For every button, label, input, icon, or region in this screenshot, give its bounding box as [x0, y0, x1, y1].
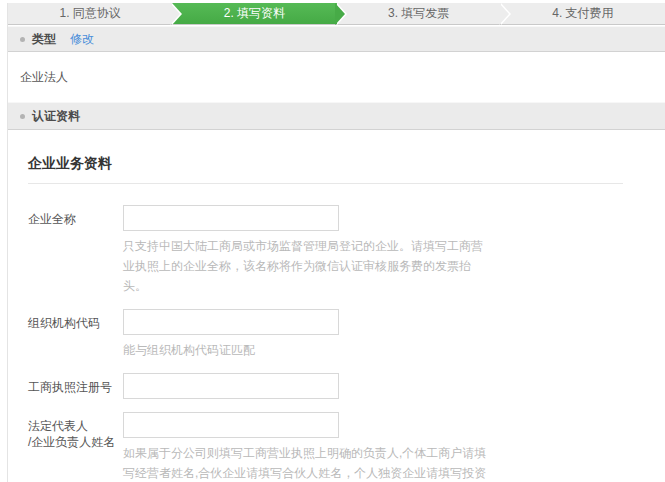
- cert-label: 认证资料: [32, 108, 80, 125]
- form-row-license-number: 工商执照注册号: [28, 373, 653, 399]
- step-label: 1. 同意协议: [59, 5, 120, 22]
- field-label: 组织机构代码: [28, 309, 123, 360]
- page-container: 1. 同意协议 2. 填写资料 3. 填写发票 4. 支付费用 类型 修改 企业…: [7, 3, 665, 482]
- cert-header-bar: 认证资料: [8, 102, 665, 130]
- field-help-text: 能与组织机构代码证匹配: [123, 340, 487, 360]
- section-title: 企业业务资料: [20, 155, 653, 173]
- type-value: 企业法人: [8, 52, 665, 102]
- step-1-agree-protocol: 1. 同意协议: [8, 3, 172, 24]
- form-row-company-name: 企业全称 只支持中国大陆工商局或市场监督管理局登记的企业。请填写工商营业执照上的…: [28, 205, 653, 296]
- bullet-dot-icon: [20, 37, 25, 42]
- form-row-legal-representative: 法定代表人 /企业负责人姓名 如果属于分公司则填写工商营业执照上明确的负责人,个…: [28, 412, 653, 482]
- modify-link[interactable]: 修改: [70, 31, 94, 48]
- step-3-fill-invoice: 3. 填写发票: [337, 3, 501, 24]
- legal-representative-name-input[interactable]: [123, 412, 339, 438]
- field-help-text: 只支持中国大陆工商局或市场监督管理局登记的企业。请填写工商营业执照上的企业全称，…: [123, 236, 487, 296]
- step-label: 2. 填写资料: [224, 5, 285, 22]
- step-2-fill-info: 2. 填写资料: [172, 3, 336, 24]
- bullet-dot-icon: [20, 114, 25, 119]
- company-full-name-input[interactable]: [123, 205, 339, 231]
- type-label: 类型: [32, 31, 56, 48]
- step-4-pay-fee: 4. 支付费用: [501, 3, 665, 24]
- business-license-number-input[interactable]: [123, 373, 339, 399]
- step-label: 3. 填写发票: [388, 5, 449, 22]
- business-info-form: 企业全称 只支持中国大陆工商局或市场监督管理局登记的企业。请填写工商营业执照上的…: [20, 184, 653, 482]
- field-label: 法定代表人 /企业负责人姓名: [28, 412, 123, 482]
- step-progress-bar: 1. 同意协议 2. 填写资料 3. 填写发票 4. 支付费用: [8, 3, 665, 25]
- field-label: 企业全称: [28, 205, 123, 296]
- business-info-section: 企业业务资料 企业全称 只支持中国大陆工商局或市场监督管理局登记的企业。请填写工…: [8, 155, 665, 482]
- field-help-text: 如果属于分公司则填写工商营业执照上明确的负责人,个体工商户请填写经营者姓名,合伙…: [123, 443, 487, 482]
- step-label: 4. 支付费用: [552, 5, 613, 22]
- org-code-input[interactable]: [123, 309, 339, 335]
- form-row-org-code: 组织机构代码 能与组织机构代码证匹配: [28, 309, 653, 360]
- field-label: 工商执照注册号: [28, 373, 123, 399]
- type-header-bar: 类型 修改: [8, 26, 665, 52]
